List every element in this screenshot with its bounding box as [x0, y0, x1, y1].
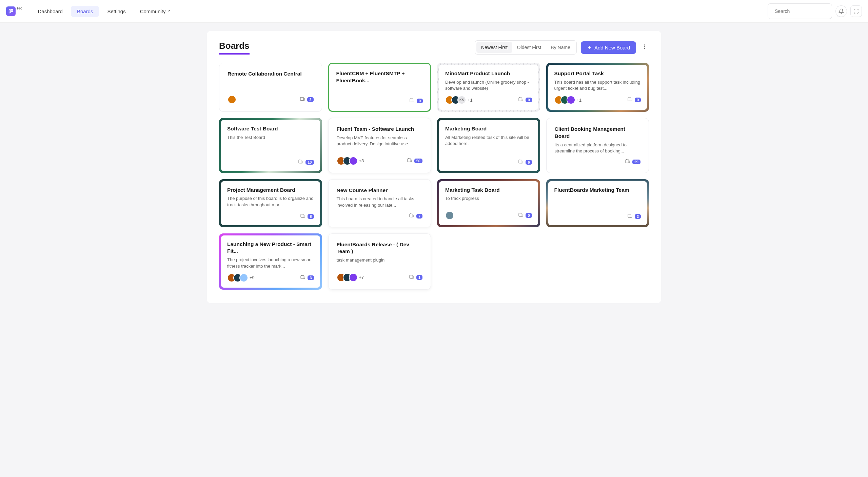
board-title: Launching a New Product - Smart Fit... [227, 241, 314, 255]
board-inner: MinoMart Product LaunchDevelop and launc… [439, 65, 538, 110]
boards-grid: Remote Collaboration Central2FluentCRM +… [219, 63, 649, 290]
cards-icon [627, 97, 633, 103]
app-logo-icon [6, 6, 16, 16]
board-footer: 29 [555, 154, 641, 165]
board-footer: +10 [554, 91, 641, 104]
board-title: Client Booking Management Board [555, 126, 641, 140]
board-inner: FluentCRM + FluentSMTP + FluentBook...0 [330, 65, 429, 110]
cards-icon [409, 98, 415, 104]
board-card[interactable]: Launching a New Product - Smart Fit...Th… [219, 233, 322, 290]
board-footer: 2 [228, 91, 314, 104]
board-avatars: +1 [554, 96, 582, 104]
board-avatars: +7 [337, 273, 364, 282]
sort-group: Newest First Oldest First By Name [475, 40, 577, 55]
board-card[interactable]: New Course PlannerThis board is created … [328, 179, 431, 227]
board-description: Develop MVP features for seamless produc… [337, 135, 423, 147]
count-badge: 0 [417, 99, 423, 103]
board-card[interactable]: FluentCRM + FluentSMTP + FluentBook...0 [328, 63, 431, 112]
board-inner: Launching a New Product - Smart Fit...Th… [221, 235, 320, 288]
nav-community[interactable]: Community [134, 6, 177, 17]
search-input[interactable] [775, 8, 834, 14]
add-board-button[interactable]: Add New Board [581, 41, 636, 54]
nav-settings[interactable]: Settings [101, 6, 132, 17]
page-title: Boards [219, 41, 250, 55]
board-card-count: 2 [300, 96, 313, 103]
cards-icon [518, 97, 524, 103]
board-inner: Marketing BoardAll Marketing related tas… [439, 120, 538, 171]
count-badge: 0 [526, 213, 532, 218]
svg-rect-18 [301, 275, 304, 278]
board-card-count: 0 [627, 97, 641, 103]
board-card-count: 50 [407, 158, 422, 164]
board-card[interactable]: Client Booking Management BoardIts a cen… [546, 118, 649, 173]
cards-icon [300, 274, 305, 281]
board-card-count: 2 [627, 213, 641, 220]
count-badge: 3 [308, 275, 314, 280]
board-title: New Course Planner [337, 187, 423, 194]
cards-icon [300, 96, 305, 103]
count-badge: 50 [414, 159, 422, 163]
board-card[interactable]: FluentBoards Marketing Team2 [546, 179, 649, 227]
board-avatars: KS+1 [445, 96, 473, 104]
count-badge: 0 [526, 98, 532, 102]
board-description: This board has all the support task incl… [554, 79, 641, 91]
notifications-button[interactable] [835, 5, 847, 17]
avatar-overflow: +7 [359, 275, 364, 280]
cards-icon [627, 213, 633, 220]
board-card[interactable]: Project Management BoardThe purpose of t… [219, 179, 322, 227]
fullscreen-button[interactable] [850, 5, 862, 17]
board-description: This board is created to handle all task… [337, 196, 423, 208]
board-avatars: +3 [337, 157, 364, 165]
board-title: Marketing Task Board [445, 187, 532, 194]
board-card[interactable]: FluentBoards Release - ( Dev Team )task … [328, 233, 431, 290]
nav-dashboard[interactable]: Dashboard [32, 6, 69, 17]
board-title: MinoMart Product Launch [445, 70, 532, 77]
cards-icon [518, 159, 524, 166]
board-card-count: 0 [518, 212, 532, 219]
brand[interactable]: Pro [6, 6, 22, 16]
board-inner: Fluent Team - Software LaunchDevelop MVP… [331, 120, 429, 170]
board-footer: +93 [227, 269, 314, 282]
board-card[interactable]: Marketing BoardAll Marketing related tas… [437, 118, 540, 173]
count-badge: 7 [416, 214, 422, 219]
avatar-overflow: +1 [468, 98, 473, 103]
topbar-right: ⌘ k [768, 3, 862, 19]
sort-oldest[interactable]: Oldest First [512, 42, 546, 53]
sort-newest[interactable]: Newest First [476, 42, 512, 53]
svg-rect-11 [408, 159, 411, 162]
board-card[interactable]: Software Test BoardThis the Test Board10 [219, 118, 322, 173]
sort-name[interactable]: By Name [546, 42, 575, 53]
board-description: Its a centralized platform designed to s… [555, 142, 641, 154]
board-inner: Support Portal TaskThis board has all th… [548, 65, 647, 110]
more-menu-button[interactable] [640, 42, 649, 53]
svg-rect-19 [410, 275, 413, 278]
board-card[interactable]: MinoMart Product LaunchDevelop and launc… [437, 63, 540, 112]
board-footer: 6 [445, 155, 532, 166]
nav-boards[interactable]: Boards [71, 6, 99, 17]
board-inner: Software Test BoardThis the Test Board10 [221, 120, 320, 171]
board-inner: Project Management BoardThe purpose of t… [221, 181, 320, 225]
svg-rect-0 [9, 9, 11, 13]
count-badge: 1 [416, 275, 422, 280]
board-card[interactable]: Fluent Team - Software LaunchDevelop MVP… [328, 118, 431, 173]
board-footer: 0 [336, 94, 423, 104]
search-box[interactable]: ⌘ k [768, 3, 832, 19]
avatar-overflow: +9 [250, 275, 255, 280]
board-card-count: 10 [298, 159, 314, 166]
avatar [567, 96, 575, 104]
svg-point-4 [644, 46, 645, 47]
pro-badge: Pro [17, 6, 22, 10]
board-avatars [228, 95, 236, 104]
svg-rect-17 [628, 214, 631, 217]
board-card-count: 3 [300, 274, 314, 281]
board-card[interactable]: Support Portal TaskThis board has all th… [546, 63, 649, 112]
board-footer: 10 [227, 155, 314, 166]
count-badge: 8 [308, 214, 314, 219]
board-card[interactable]: Marketing Task BoardTo track progress0 [437, 179, 540, 227]
board-title: FluentBoards Release - ( Dev Team ) [337, 241, 423, 255]
board-footer: 7 [337, 209, 423, 220]
more-vertical-icon [642, 44, 648, 50]
board-card-count: 7 [409, 213, 422, 220]
board-footer: KS+10 [445, 91, 532, 104]
board-card[interactable]: Remote Collaboration Central2 [219, 63, 322, 112]
